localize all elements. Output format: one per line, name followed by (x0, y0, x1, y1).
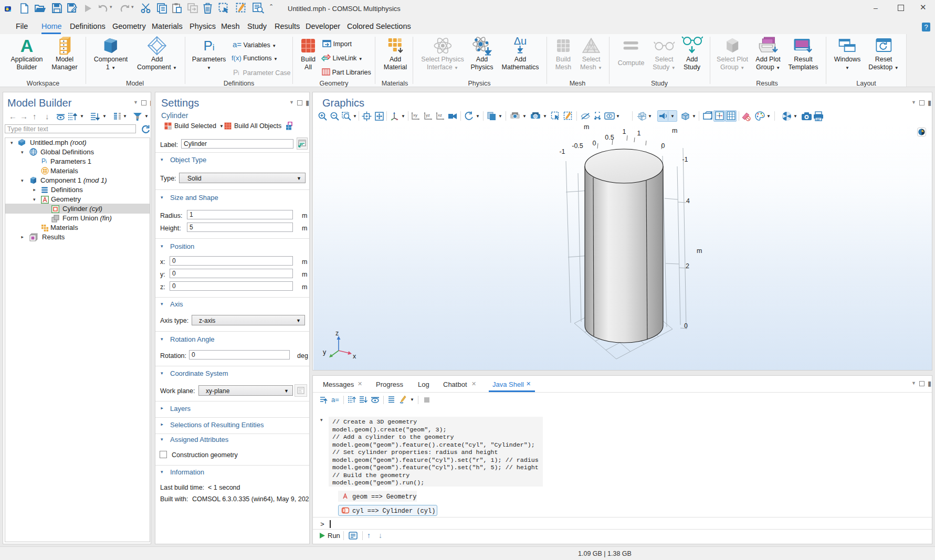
svg-text:z: z (335, 330, 339, 337)
svg-text:1: 1 (623, 128, 626, 135)
svg-text:-1: -1 (559, 148, 565, 155)
svg-text:0: 0 (593, 140, 596, 147)
svg-text:-0.5: -0.5 (572, 142, 583, 150)
svg-text:xz: xz (438, 113, 442, 118)
svg-text:0: 0 (684, 322, 688, 330)
svg-text:0.5: 0.5 (605, 134, 614, 141)
svg-text:xy: xy (413, 113, 417, 118)
svg-text:0: 0 (661, 142, 665, 150)
svg-text:4: 4 (686, 197, 690, 205)
svg-text:yz: yz (426, 113, 430, 118)
svg-text:y: y (323, 348, 327, 356)
svg-text:x: x (353, 353, 356, 360)
svg-text:m: m (584, 123, 589, 131)
svg-text:2: 2 (686, 262, 689, 270)
svg-text:m: m (697, 247, 702, 255)
svg-text:1: 1 (637, 130, 641, 137)
svg-text:m: m (672, 127, 677, 134)
svg-text:-1: -1 (682, 156, 688, 163)
